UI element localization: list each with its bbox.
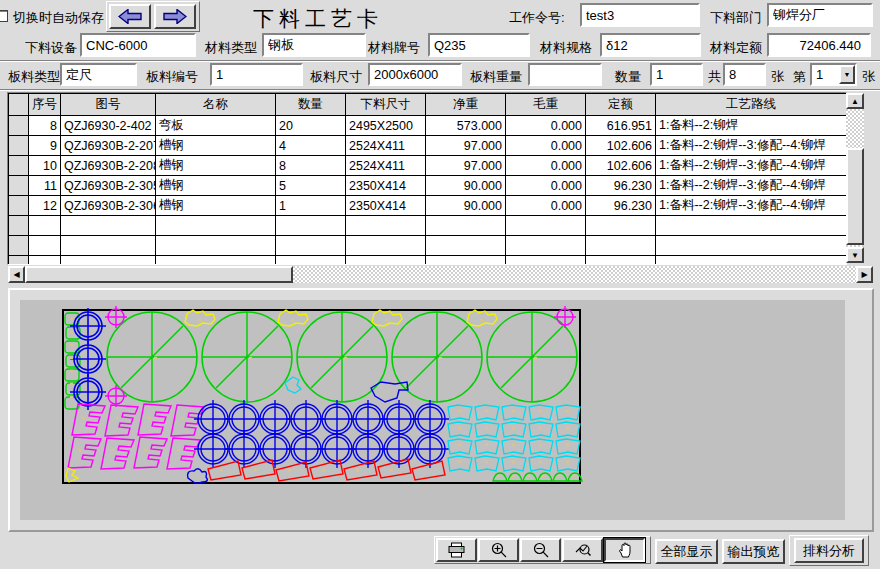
output-preview-button[interactable]: 输出预览 [722,539,785,564]
col-header-net: 净重 [426,94,506,116]
col-header-size: 下料尺寸 [346,94,426,116]
device-input[interactable] [80,33,196,57]
nesting-preview-canvas[interactable] [20,300,845,520]
col-header-qty: 数量 [276,94,346,116]
scroll-up-button[interactable]: ▲ [846,93,864,109]
col-header-drawing: 图号 [61,94,156,116]
table-row-empty[interactable] [9,236,847,256]
device-label: 下料设备 [25,39,77,57]
plate-number-label: 板料编号 [146,68,198,86]
triangle-left-icon: ◀ [13,270,19,279]
page-title: 下料工艺卡 [253,5,383,33]
table-row-empty[interactable] [9,256,847,266]
scroll-down-button[interactable]: ▼ [846,247,864,263]
hscroll-thumb[interactable] [25,266,293,283]
department-label: 下料部门 [710,9,762,27]
arrow-left-icon [118,9,142,24]
material-quota-label: 材料定额 [710,39,762,57]
row-selector-header [9,94,29,116]
material-grade-label: 材料牌号 [368,39,420,57]
sheet-unit-label-2: 张 [862,68,875,86]
nesting-preview-panel [8,288,874,532]
material-type-input[interactable] [262,33,366,57]
col-header-route: 工艺路线 [656,94,847,116]
material-grade-input[interactable] [428,33,530,57]
plate-weight-label: 板料重量 [470,68,522,86]
autosave-checkbox[interactable] [0,10,8,22]
arrow-right-icon [163,9,187,24]
material-quota-input[interactable] [767,33,871,57]
table-vertical-scrollbar: ▲ ▼ [846,93,864,263]
material-spec-input[interactable] [600,33,701,57]
table-row[interactable]: 12 QZJ6930B-2-306 槽钢 1 2350X414 90.000 0… [9,196,847,216]
next-sheet-button[interactable] [154,4,196,29]
printer-icon [448,542,465,558]
triangle-right-icon: ▶ [861,270,867,279]
nesting-analysis-panel: 排料分析 [789,535,869,566]
sheet-unit-label: 张 [771,68,784,86]
table-row[interactable]: 9 QZJ6930B-2-207 槽钢 4 2524X411 97.000 0.… [9,136,847,156]
zoom-out-button[interactable] [520,538,561,562]
autosave-label: 切换时自动保存 [13,9,104,27]
zoom-in-icon [491,542,507,558]
app-window: 切换时自动保存 下料工艺卡 工作令号: 下料部门 下料设备 材料类型 材料牌号 … [0,0,880,569]
plate-number-input[interactable] [210,63,303,86]
plate-size-label: 板料尺寸 [310,68,362,86]
quantity-label: 数量 [615,68,641,86]
table-row-empty[interactable] [9,216,847,236]
table-header-row: 序号 图号 名称 数量 下料尺寸 净重 毛重 定额 工艺路线 [9,94,847,116]
quantity-input[interactable] [650,63,703,86]
pan-button[interactable] [604,538,645,562]
current-sheet-value: 1 [816,67,823,82]
total-sheets-input[interactable] [723,63,766,86]
scroll-right-button[interactable]: ▶ [856,266,873,283]
table-row[interactable]: 8 QZJ6930-2-402 弯板 20 2495X2500 573.000 … [9,116,847,136]
nesting-drawing [20,300,845,520]
table-row[interactable]: 10 QZJ6930B-2-208 槽钢 8 2524X411 97.000 0… [9,156,847,176]
material-spec-label: 材料规格 [540,39,592,57]
plate-type-input[interactable] [60,63,137,86]
total-sheets-label: 共 [708,68,721,86]
zoom-in-button[interactable] [478,538,519,562]
nav-button-group [106,1,200,32]
scroll-left-button[interactable]: ◀ [8,266,25,283]
col-header-name: 名称 [156,94,276,116]
department-input[interactable] [767,3,873,27]
table-horizontal-scrollbar: ◀ ▶ [8,266,873,283]
work-order-input[interactable] [580,3,700,27]
triangle-down-icon: ▼ [851,251,859,260]
combo-dropdown-button[interactable]: ▼ [839,65,855,84]
vscroll-thumb[interactable] [846,148,864,245]
separator [0,60,880,62]
plate-weight-input[interactable] [528,63,602,86]
chevron-down-icon: ▼ [844,71,851,78]
zoom-window-button[interactable] [562,538,603,562]
show-all-button[interactable]: 全部显示 [655,539,718,564]
hscroll-track[interactable] [293,266,856,283]
print-button[interactable] [436,538,477,562]
nesting-analysis-button[interactable]: 排料分析 [794,538,864,563]
parts-table: 序号 图号 名称 数量 下料尺寸 净重 毛重 定额 工艺路线 8 QZJ6930… [7,92,847,265]
separator [0,89,880,91]
table-row[interactable]: 11 QZJ6930B-2-305 槽钢 5 2350X414 90.000 0… [9,176,847,196]
material-type-label: 材料类型 [205,39,257,57]
zoom-out-icon [533,542,549,558]
current-sheet-label: 第 [793,68,806,86]
work-order-label: 工作令号: [509,9,565,27]
current-sheet-combo[interactable]: 1 ▼ [810,63,857,86]
col-header-seq: 序号 [29,94,61,116]
plate-size-input[interactable] [368,63,462,86]
col-header-quota: 定额 [586,94,656,116]
view-toolbar [434,536,651,564]
prev-sheet-button[interactable] [109,4,151,29]
col-header-gross: 毛重 [506,94,586,116]
triangle-up-icon: ▲ [851,97,859,106]
plate-type-label: 板料类型 [8,68,60,86]
zoom-window-icon [575,542,591,558]
pan-hand-icon [617,542,633,558]
vscroll-track[interactable] [846,109,864,247]
